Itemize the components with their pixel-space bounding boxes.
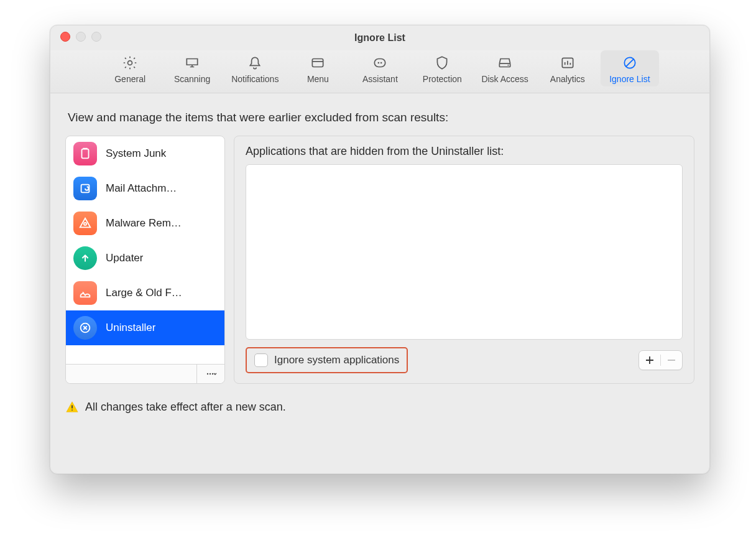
tab-label: Menu — [307, 74, 329, 84]
large-files-icon — [73, 281, 97, 305]
tab-label: Analytics — [550, 74, 585, 84]
window-title: Ignore List — [354, 32, 405, 44]
sidebar-item-large-old-files[interactable]: Large & Old F… — [66, 276, 224, 310]
disk-icon — [496, 54, 514, 72]
panel-footer: Ignore system applications — [246, 347, 683, 373]
tab-label: Assistant — [362, 74, 398, 84]
tab-label: General — [114, 74, 145, 84]
window-controls — [60, 32, 101, 42]
titlebar: Ignore List — [50, 26, 709, 50]
updater-icon — [73, 246, 97, 270]
footer-text: All changes take effect after a new scan… — [85, 401, 286, 414]
chart-icon — [559, 54, 576, 72]
sidebar-item-malware-removal[interactable]: Malware Rem… — [66, 206, 224, 241]
add-item-button[interactable] — [639, 351, 660, 370]
monitor-icon — [183, 54, 201, 72]
svg-line-13 — [626, 59, 634, 67]
window-footer: All changes take effect after a new scan… — [50, 390, 709, 424]
ignored-apps-list[interactable] — [246, 164, 683, 340]
category-list: System Junk Mail Attachm… Malware Rem… — [66, 136, 224, 364]
svg-rect-21 — [71, 409, 73, 411]
uninstaller-icon — [73, 316, 97, 340]
sidebar-item-label: Large & Old F… — [106, 287, 182, 299]
svg-point-7 — [508, 65, 509, 66]
ignore-system-apps-highlight: Ignore system applications — [246, 347, 408, 373]
tab-label: Scanning — [174, 74, 210, 84]
malware-icon — [73, 212, 97, 235]
tab-label: Protection — [423, 74, 462, 84]
preferences-window: Ignore List General Scanning Notificatio… — [50, 25, 710, 474]
add-remove-control — [638, 350, 683, 370]
svg-rect-20 — [71, 405, 73, 409]
category-sidebar: System Junk Mail Attachm… Malware Rem… — [65, 136, 225, 384]
ignore-system-apps-checkbox[interactable] — [254, 353, 268, 367]
close-window-button[interactable] — [60, 32, 70, 42]
tab-label: Notifications — [231, 74, 279, 84]
svg-point-0 — [128, 61, 132, 65]
sidebar-item-label: Uninstaller — [106, 322, 155, 334]
tab-notifications[interactable]: Notifications — [225, 50, 285, 86]
sidebar-item-uninstaller[interactable]: Uninstaller — [66, 310, 224, 345]
svg-point-4 — [378, 62, 380, 64]
bell-icon — [246, 54, 264, 72]
assistant-icon — [371, 54, 389, 72]
body: View and manage the items that were earl… — [50, 93, 709, 390]
intro-text: View and manage the items that were earl… — [68, 111, 692, 124]
tab-label: Ignore List — [609, 74, 650, 84]
svg-point-15 — [84, 223, 86, 225]
zoom-window-button[interactable] — [91, 32, 101, 42]
svg-point-17 — [207, 373, 208, 374]
svg-point-19 — [212, 373, 213, 374]
sidebar-item-label: Updater — [106, 252, 143, 264]
tab-assistant[interactable]: Assistant — [351, 50, 409, 86]
sidebar-item-label: Malware Rem… — [106, 217, 182, 230]
shield-icon — [433, 54, 451, 72]
tab-general[interactable]: General — [101, 50, 159, 86]
tab-ignore-list[interactable]: Ignore List — [601, 50, 659, 86]
tab-scanning[interactable]: Scanning — [163, 50, 221, 86]
svg-point-5 — [380, 62, 382, 64]
panel-title: Applications that are hidden from the Un… — [246, 145, 683, 158]
minimize-window-button[interactable] — [76, 32, 86, 42]
svg-rect-1 — [313, 59, 323, 67]
sidebar-item-mail-attachments[interactable]: Mail Attachm… — [66, 171, 224, 206]
tab-disk-access[interactable]: Disk Access — [475, 50, 534, 86]
tab-menu[interactable]: Menu — [288, 50, 347, 86]
detail-panel: Applications that are hidden from the Un… — [234, 136, 694, 384]
svg-rect-3 — [375, 59, 385, 67]
sidebar-item-label: System Junk — [106, 147, 166, 160]
mail-attachments-icon — [73, 177, 97, 200]
system-junk-icon — [73, 142, 97, 165]
sidebar-filter-input[interactable] — [66, 365, 197, 383]
sidebar-item-label: Mail Attachm… — [106, 182, 177, 195]
ellipsis-chevron-icon — [205, 370, 217, 378]
tab-analytics[interactable]: Analytics — [538, 50, 597, 86]
remove-item-button[interactable] — [661, 351, 682, 370]
ban-icon — [621, 54, 638, 72]
sidebar-actions-menu-button[interactable] — [197, 365, 224, 383]
minus-icon — [666, 355, 676, 365]
tab-protection[interactable]: Protection — [413, 50, 471, 86]
svg-point-18 — [210, 373, 211, 374]
sidebar-item-system-junk[interactable]: System Junk — [66, 136, 224, 171]
plus-icon — [645, 355, 655, 365]
ignore-system-apps-label: Ignore system applications — [274, 354, 399, 366]
tab-label: Disk Access — [481, 74, 528, 84]
warning-icon — [65, 400, 79, 414]
gear-icon — [121, 54, 139, 72]
sidebar-footer — [66, 364, 224, 383]
menubar-icon — [309, 54, 326, 72]
sidebar-item-updater[interactable]: Updater — [66, 241, 224, 276]
toolbar: General Scanning Notifications Menu Assi… — [50, 50, 709, 93]
